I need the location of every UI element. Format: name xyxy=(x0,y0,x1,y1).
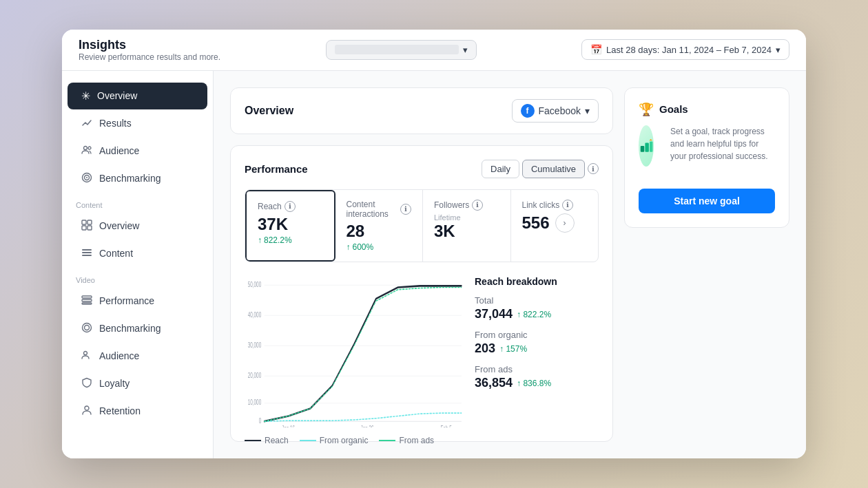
breakdown-organic-value: 203 ↑ 157% xyxy=(475,341,599,356)
performance-header: Performance Daily Cumulative ℹ xyxy=(245,160,599,178)
sidebar-item-video-performance[interactable]: Performance xyxy=(68,288,207,315)
breakdown-organic: From organic 203 ↑ 157% xyxy=(475,330,599,356)
breakdown-ads-value: 36,854 ↑ 836.8% xyxy=(475,376,599,390)
target-icon xyxy=(81,172,92,185)
page-selector-chevron: ▾ xyxy=(463,45,468,55)
chart-legend: Reach From organic From ads xyxy=(245,436,464,445)
metric-reach[interactable]: Reach ℹ 37K ↑ 822.2% xyxy=(245,190,335,262)
start-new-goal-button[interactable]: Start new goal xyxy=(639,189,775,213)
reach-up-arrow: ↑ xyxy=(258,235,262,245)
page-selector-label xyxy=(335,45,459,54)
toggle-cumulative[interactable]: Cumulative xyxy=(522,160,585,178)
metric-clicks-label: Link clicks xyxy=(522,200,560,210)
breakdown-ads-change: ↑ 836.8% xyxy=(517,379,551,388)
breakdown-ads: From ads 36,854 ↑ 836.8% xyxy=(475,364,599,390)
metric-content-interactions[interactable]: Content interactions ℹ 28 ↑ 600% xyxy=(335,190,424,262)
platform-selector[interactable]: f Facebook ▾ xyxy=(512,99,599,123)
chart-icon xyxy=(81,117,92,130)
performance-info-icon[interactable]: ℹ xyxy=(588,163,599,174)
shield-icon xyxy=(81,377,92,390)
benchmarking-icon xyxy=(81,322,92,335)
sidebar-label-video-performance: Performance xyxy=(99,295,154,306)
svg-rect-5 xyxy=(82,220,86,224)
legend-ads-label: From ads xyxy=(399,436,434,445)
app-subtitle: Review performance results and more. xyxy=(79,52,220,62)
performance-title: Performance xyxy=(245,163,308,175)
date-range-label: Last 28 days: Jan 11, 2024 – Feb 7, 2024 xyxy=(606,45,772,55)
page-selector[interactable]: ▾ xyxy=(326,40,477,60)
sidebar-item-loyalty[interactable]: Loyalty xyxy=(68,370,207,397)
svg-text:Feb 5: Feb 5 xyxy=(440,425,451,427)
sidebar-item-overview[interactable]: ✳ Overview xyxy=(68,83,207,109)
metric-followers-label: Followers xyxy=(434,200,469,210)
breakdown-organic-change: ↑ 157% xyxy=(499,344,527,354)
main-content: ✳ Overview Results Audience Benchmarkin xyxy=(62,71,806,459)
metric-link-clicks[interactable]: Link clicks ℹ 556 › xyxy=(511,190,599,262)
chart-area: 50,000 40,000 30,000 20,000 10,000 0 xyxy=(245,276,599,427)
metric-interactions-value: 28 xyxy=(347,222,412,242)
calendar-icon: 📅 xyxy=(590,44,602,55)
metric-followers[interactable]: Followers ℹ Lifetime 3K xyxy=(423,190,511,262)
breakdown-total-change: ↑ 822.2% xyxy=(517,310,551,319)
content-section-label: Content xyxy=(62,193,213,212)
video-section-label: Video xyxy=(62,268,213,287)
svg-rect-36 xyxy=(650,141,652,151)
svg-text:Jan 16: Jan 16 xyxy=(282,425,295,427)
goals-body: Set a goal, track progress and learn hel… xyxy=(639,125,775,172)
clicks-info-icon[interactable]: ℹ xyxy=(562,200,573,211)
goals-card: 🏆 Goals Set a goal, track pro xyxy=(624,87,789,228)
legend-organic: From organic xyxy=(300,436,369,445)
overview-header: Overview f Facebook ▾ xyxy=(230,87,613,134)
svg-text:10,000: 10,000 xyxy=(248,399,261,407)
sidebar-item-content-overview[interactable]: Overview xyxy=(68,213,207,240)
overview-icon xyxy=(81,220,92,233)
svg-rect-34 xyxy=(641,146,645,152)
legend-organic-label: From organic xyxy=(320,436,369,445)
svg-text:30,000: 30,000 xyxy=(248,341,261,350)
metrics-next-button[interactable]: › xyxy=(555,213,575,233)
toggle-group: Daily Cumulative ℹ xyxy=(482,160,599,178)
sidebar-label-retention: Retention xyxy=(99,405,141,416)
svg-point-0 xyxy=(84,146,87,149)
main-panel: Overview f Facebook ▾ Performance Daily … xyxy=(230,87,613,443)
reach-chart: 50,000 40,000 30,000 20,000 10,000 0 xyxy=(245,276,464,427)
sidebar-label-video-audience: Audience xyxy=(99,350,139,361)
metric-reach-value: 37K xyxy=(258,215,323,235)
sidebar-label-overview: Overview xyxy=(97,90,137,101)
svg-rect-35 xyxy=(645,142,649,151)
sidebar-item-video-audience[interactable]: Audience xyxy=(68,343,207,370)
followers-info-icon[interactable]: ℹ xyxy=(472,200,483,211)
content-area: Overview f Facebook ▾ Performance Daily … xyxy=(214,71,806,459)
breakdown-title: Reach breakdown xyxy=(475,276,599,287)
sidebar-item-benchmarking[interactable]: Benchmarking xyxy=(68,165,207,192)
breakdown-panel: Reach breakdown Total 37,044 ↑ 822.2% xyxy=(475,276,599,427)
svg-rect-8 xyxy=(87,226,92,230)
svg-point-16 xyxy=(85,325,90,330)
metric-reach-change: 822.2% xyxy=(264,235,292,245)
sidebar-item-retention[interactable]: Retention xyxy=(68,398,207,425)
sidebar-label-video-benchmarking: Benchmarking xyxy=(99,323,161,334)
breakdown-ads-label: From ads xyxy=(475,364,599,374)
sidebar-item-video-benchmarking[interactable]: Benchmarking xyxy=(68,315,207,342)
legend-ads-line xyxy=(379,440,395,441)
reach-info-icon[interactable]: ℹ xyxy=(285,201,296,212)
date-range-selector[interactable]: 📅 Last 28 days: Jan 11, 2024 – Feb 7, 20… xyxy=(581,39,789,60)
sidebar-item-results[interactable]: Results xyxy=(68,110,207,137)
sidebar-item-content[interactable]: Content xyxy=(68,240,207,267)
goals-svg xyxy=(639,132,654,160)
sidebar-item-audience[interactable]: Audience xyxy=(68,138,207,165)
sidebar-label-results: Results xyxy=(99,118,132,129)
sidebar-label-loyalty: Loyalty xyxy=(99,378,130,389)
people-icon xyxy=(81,145,92,158)
list-icon xyxy=(81,295,92,308)
toggle-daily[interactable]: Daily xyxy=(482,160,519,178)
legend-ads: From ads xyxy=(379,436,434,445)
metric-interactions-change: 600% xyxy=(353,242,374,252)
goals-panel: 🏆 Goals Set a goal, track pro xyxy=(624,87,789,443)
svg-rect-12 xyxy=(82,296,92,298)
grid-icon xyxy=(81,247,92,260)
interactions-info-icon[interactable]: ℹ xyxy=(400,204,411,215)
svg-rect-14 xyxy=(82,303,92,304)
svg-point-15 xyxy=(83,323,92,332)
asterisk-icon: ✳ xyxy=(81,89,90,103)
